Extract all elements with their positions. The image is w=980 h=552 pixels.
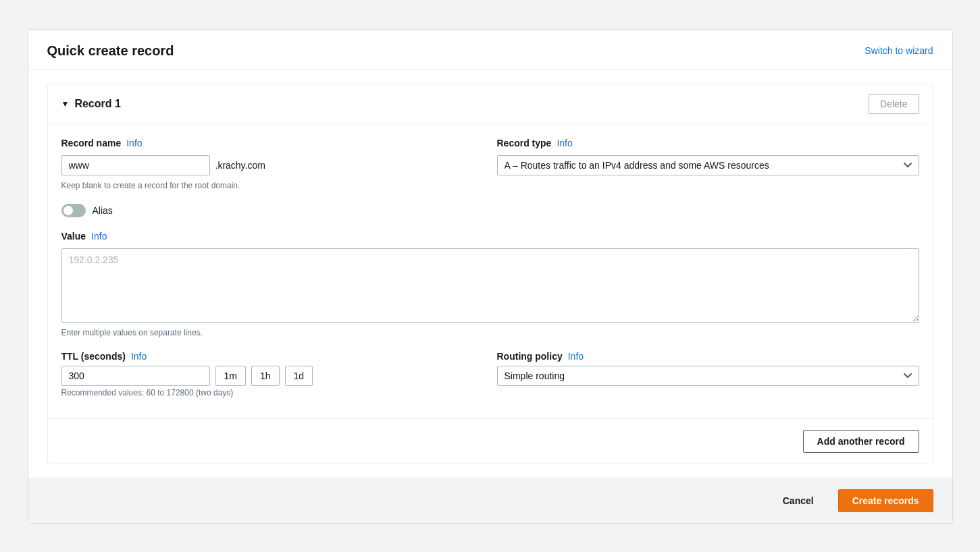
routing-policy-label: Routing policy xyxy=(497,351,563,362)
ttl-input-row: 1m 1h 1d xyxy=(61,366,484,386)
record-name-label: Record name xyxy=(61,138,122,148)
routing-policy-group: Routing policy Info Simple routing Weigh… xyxy=(497,351,919,398)
record-type-label: Record type xyxy=(497,138,552,148)
value-label: Value xyxy=(61,231,86,242)
alias-row: Alias xyxy=(61,204,919,217)
value-hint: Enter multiple values on separate lines. xyxy=(61,328,919,337)
value-info-link[interactable]: Info xyxy=(91,231,107,242)
record-title-row: ▼ Record 1 xyxy=(61,98,121,110)
toggle-slider xyxy=(61,204,86,217)
ttl-routing-row: TTL (seconds) Info 1m 1h 1d Recommended … xyxy=(61,351,919,398)
record-type-label-row: Record type Info xyxy=(497,138,919,148)
routing-policy-select-wrapper: Simple routing Weighted Latency Failover… xyxy=(497,366,919,386)
ttl-input[interactable] xyxy=(61,366,210,386)
ttl-label: TTL (seconds) xyxy=(61,351,126,362)
cancel-button[interactable]: Cancel xyxy=(769,490,827,512)
modal-body: ▼ Record 1 Delete Record name Info xyxy=(28,70,952,478)
add-another-record-button[interactable]: Add another record xyxy=(803,430,919,453)
record-name-label-row: Record name Info xyxy=(61,138,484,148)
ttl-1d-button[interactable]: 1d xyxy=(285,366,313,386)
record-fields: Record name Info .krachy.com Keep blank … xyxy=(48,124,933,412)
routing-policy-info-link[interactable]: Info xyxy=(568,351,584,362)
value-textarea[interactable] xyxy=(61,248,919,323)
record-type-select-wrapper: A – Routes traffic to an IPv4 address an… xyxy=(497,155,919,175)
modal-header: Quick create record Switch to wizard xyxy=(28,30,952,70)
chevron-down-icon[interactable]: ▼ xyxy=(61,99,70,109)
record-section: ▼ Record 1 Delete Record name Info xyxy=(47,84,933,464)
record-name-input[interactable] xyxy=(61,155,210,175)
name-type-row: Record name Info .krachy.com Keep blank … xyxy=(61,138,919,190)
delete-button[interactable]: Delete xyxy=(869,94,919,114)
record-name-input-row: .krachy.com xyxy=(61,155,484,175)
ttl-1m-button[interactable]: 1m xyxy=(215,366,246,386)
ttl-hint: Recommended values: 60 to 172800 (two da… xyxy=(61,388,234,397)
add-record-footer: Add another record xyxy=(48,418,933,464)
modal-container: Quick create record Switch to wizard ▼ R… xyxy=(28,29,953,524)
value-label-row: Value Info xyxy=(61,231,919,242)
ttl-info-link[interactable]: Info xyxy=(131,351,147,362)
value-group: Value Info Enter multiple values on sepa… xyxy=(61,231,919,337)
routing-policy-label-row: Routing policy Info xyxy=(497,351,919,362)
record-type-select[interactable]: A – Routes traffic to an IPv4 address an… xyxy=(497,155,919,175)
record-header: ▼ Record 1 Delete xyxy=(48,84,933,124)
domain-suffix: .krachy.com xyxy=(215,160,265,171)
record-name-hint: Keep blank to create a record for the ro… xyxy=(61,181,484,190)
record-type-group: Record type Info A – Routes traffic to a… xyxy=(497,138,919,190)
record-title: Record 1 xyxy=(74,98,120,110)
ttl-group: TTL (seconds) Info 1m 1h 1d Recommended … xyxy=(61,351,484,398)
switch-wizard-link[interactable]: Switch to wizard xyxy=(865,45,933,56)
ttl-1h-button[interactable]: 1h xyxy=(251,366,280,386)
alias-toggle[interactable] xyxy=(61,204,86,217)
routing-policy-select[interactable]: Simple routing Weighted Latency Failover… xyxy=(497,366,919,386)
record-type-info-link[interactable]: Info xyxy=(557,138,572,148)
modal-bottom-footer: Cancel Create records xyxy=(28,478,952,523)
alias-label: Alias xyxy=(93,205,113,216)
create-records-button[interactable]: Create records xyxy=(838,489,933,512)
ttl-label-row: TTL (seconds) Info xyxy=(61,351,484,362)
record-name-group: Record name Info .krachy.com Keep blank … xyxy=(61,138,484,190)
record-name-info-link[interactable]: Info xyxy=(126,138,142,148)
modal-title: Quick create record xyxy=(47,43,174,59)
